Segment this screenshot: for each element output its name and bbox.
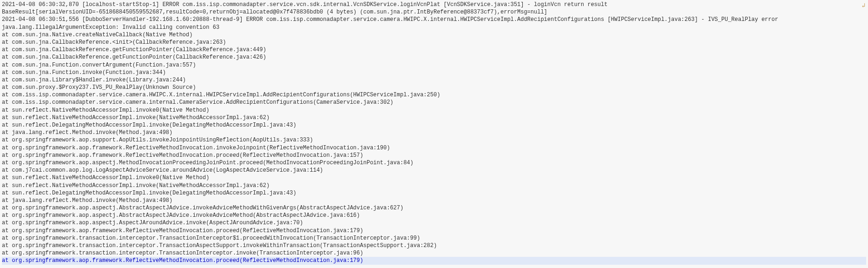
log-line[interactable]: at com.sun.jna.CallbackReference.getFunc… — [2, 46, 866, 54]
log-line[interactable]: at sun.reflect.DelegatingMethodAccessorI… — [2, 189, 866, 197]
log-line[interactable]: at org.springframework.aop.framework.Ref… — [2, 144, 866, 152]
log-line[interactable]: at org.springframework.aop.aspectj.Metho… — [2, 159, 866, 167]
soft-wrap-icon[interactable]: ↲ — [861, 2, 865, 10]
log-line[interactable]: at java.lang.reflect.Method.invoke(Metho… — [2, 129, 866, 136]
log-line[interactable]: at com.j7cai.common.aop.log.LogAspectAdv… — [2, 167, 866, 174]
log-line[interactable]: at sun.reflect.NativeMethodAccessorImpl.… — [2, 114, 866, 121]
log-line[interactable]: at com.sun.jna.Native.createNativeCallba… — [2, 31, 866, 39]
log-line[interactable]: 2021-04-08 06:30:32,870 [localhost-start… — [2, 1, 866, 8]
log-line[interactable]: at com.sun.jna.Function.convertArgument(… — [2, 61, 866, 69]
log-line[interactable]: at org.springframework.aop.aspectj.Aspec… — [2, 219, 866, 227]
log-line[interactable]: at com.iss.isp.commonadapter.service.cam… — [2, 99, 866, 106]
log-line[interactable]: at sun.reflect.DelegatingMethodAccessorI… — [2, 121, 866, 129]
log-line[interactable]: java.lang.IllegalArgumentException: Inva… — [2, 24, 866, 31]
log-output[interactable]: 2021-04-08 06:30:32,870 [localhost-start… — [0, 0, 868, 266]
log-line[interactable]: at org.springframework.aop.support.AopUt… — [2, 136, 866, 144]
log-line[interactable]: at sun.reflect.NativeMethodAccessorImpl.… — [2, 174, 866, 181]
log-line[interactable]: at sun.reflect.NativeMethodAccessorImpl.… — [2, 182, 866, 189]
log-line[interactable]: at com.sun.jna.CallbackReference.<init>(… — [2, 39, 866, 46]
log-line[interactable]: at org.springframework.aop.framework.Ref… — [2, 227, 866, 234]
log-line[interactable]: at com.iss.isp.commonadapter.service.cam… — [2, 91, 866, 99]
log-line[interactable]: at org.springframework.aop.framework.Ref… — [2, 257, 866, 264]
log-line[interactable]: at com.sun.jna.Library$Handler.invoke(Li… — [2, 76, 866, 84]
log-line[interactable]: at org.springframework.aop.aspectj.Abstr… — [2, 204, 866, 212]
log-line[interactable]: BaseResult[serialVersionUID=-65186884505… — [2, 8, 866, 16]
log-line[interactable]: at java.lang.reflect.Method.invoke(Metho… — [2, 197, 866, 204]
log-line[interactable]: at org.springframework.transaction.inter… — [2, 242, 866, 249]
log-line[interactable]: at org.springframework.aop.framework.Ref… — [2, 152, 866, 159]
log-line[interactable]: at org.springframework.transaction.inter… — [2, 249, 866, 257]
log-line[interactable]: 2021-04-08 06:30:51,556 [DubboServerHand… — [2, 16, 866, 23]
log-line[interactable]: at org.springframework.transaction.inter… — [2, 234, 866, 242]
log-line[interactable]: at com.sun.jna.CallbackReference.getFunc… — [2, 54, 866, 61]
log-line[interactable]: at sun.reflect.NativeMethodAccessorImpl.… — [2, 107, 866, 114]
log-line[interactable]: at com.sun.jna.Function.invoke(Function.… — [2, 69, 866, 76]
log-line[interactable]: at org.springframework.aop.aspectj.Abstr… — [2, 212, 866, 219]
log-line[interactable]: at com.sun.proxy.$Proxy237.IVS_PU_RealPl… — [2, 84, 866, 91]
